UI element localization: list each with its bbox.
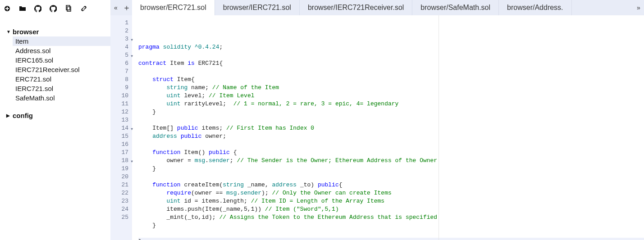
code-area[interactable]: pragma solidity ^0.4.24; contract Item i… bbox=[132, 15, 644, 240]
editor[interactable]: 123▼45▼67891011121314▼15161718▼192021222… bbox=[110, 15, 644, 240]
token: owner; bbox=[201, 133, 226, 140]
code-line[interactable]: uint rarityLevel; // 1 = normal, 2 = rar… bbox=[138, 100, 644, 108]
copy-icon[interactable] bbox=[65, 5, 72, 12]
code-line[interactable]: pragma solidity ^0.4.24; bbox=[138, 43, 644, 51]
token: // 1 = normal, 2 = rare, 3 = epic, 4= le… bbox=[233, 100, 399, 107]
tabs-scroll-left-icon[interactable]: « bbox=[110, 0, 121, 15]
tree-item[interactable]: IERC721.sol bbox=[13, 84, 110, 93]
token bbox=[177, 133, 181, 140]
tree-item[interactable]: ERC721.sol bbox=[13, 74, 110, 84]
tree-item[interactable]: IERC721Receiver.sol bbox=[13, 65, 110, 74]
line-number: 21 bbox=[110, 181, 132, 189]
token: level; bbox=[181, 92, 209, 99]
code-line[interactable]: items.push(Item(_name,5,1)) // Item ("Sw… bbox=[138, 205, 644, 213]
token bbox=[138, 84, 166, 91]
token: // First Item has Index 0 bbox=[226, 125, 314, 131]
line-number: 20 bbox=[110, 173, 132, 181]
tree-folder-config[interactable]: ▶config bbox=[5, 111, 110, 120]
token: address bbox=[152, 133, 177, 140]
code-line[interactable]: address public owner; bbox=[138, 132, 644, 140]
line-number: 2 bbox=[110, 27, 132, 35]
token: is bbox=[187, 60, 195, 67]
line-number: 11 bbox=[110, 100, 132, 108]
code-line[interactable] bbox=[138, 51, 644, 59]
tree-item[interactable]: Item bbox=[13, 36, 110, 46]
token: msg bbox=[226, 190, 237, 196]
tab[interactable]: browser/ERC721.sol bbox=[132, 0, 215, 15]
gist-icon[interactable] bbox=[50, 5, 57, 12]
token: // Only the Owner can create Items bbox=[272, 190, 391, 196]
code-line[interactable]: function createItem(string _name, addres… bbox=[138, 181, 644, 189]
token: public bbox=[181, 133, 202, 140]
token: sender bbox=[209, 157, 230, 164]
code-line[interactable]: uint id = items.length; // Item ID = Len… bbox=[138, 197, 644, 205]
token: _name, bbox=[244, 181, 272, 188]
line-number: 16 bbox=[110, 140, 132, 149]
token: { bbox=[230, 149, 237, 156]
token: Item{ bbox=[174, 76, 195, 83]
code-line[interactable] bbox=[138, 173, 644, 181]
token bbox=[138, 190, 166, 196]
tree-folder-browser[interactable]: ▼browser bbox=[5, 27, 110, 36]
line-number: 25 bbox=[110, 213, 132, 222]
tree-item[interactable]: IERC165.sol bbox=[13, 55, 110, 65]
token: // Item ID = Length of the Array Items bbox=[251, 198, 384, 204]
code-line[interactable] bbox=[138, 140, 644, 149]
token: msg bbox=[195, 157, 205, 164]
tab[interactable]: browser/IERC721Receiver.sol bbox=[300, 0, 412, 15]
code-line[interactable]: Item[] public items; // First Item has I… bbox=[138, 124, 644, 132]
token: ERC721{ bbox=[195, 60, 223, 67]
token: sender bbox=[240, 190, 261, 196]
token: public bbox=[177, 125, 198, 131]
token: . bbox=[205, 157, 209, 164]
new-file-icon[interactable] bbox=[4, 5, 11, 12]
token: // Item Level bbox=[209, 92, 254, 99]
token bbox=[138, 198, 166, 204]
line-number: 6 bbox=[110, 59, 132, 68]
token: // The Sender is the Owner; Ethereum Add… bbox=[237, 157, 437, 164]
tree-folder-label: config bbox=[13, 112, 33, 119]
line-number: 4 bbox=[110, 43, 132, 51]
token: function bbox=[152, 181, 180, 188]
code-line[interactable]: } bbox=[138, 238, 644, 240]
code-line[interactable]: } bbox=[138, 108, 644, 116]
code-line[interactable] bbox=[138, 116, 644, 124]
line-number: 22 bbox=[110, 189, 132, 197]
line-number: 15 bbox=[110, 132, 132, 140]
token: items; bbox=[198, 125, 226, 131]
token bbox=[160, 44, 163, 50]
code-line[interactable]: function Item() public { bbox=[138, 149, 644, 157]
token: solidity bbox=[163, 44, 191, 50]
code-line[interactable]: string name; // Name of the Item bbox=[138, 84, 644, 92]
tab[interactable]: browser/Address. bbox=[499, 0, 572, 15]
gutter: 123▼45▼67891011121314▼15161718▼192021222… bbox=[110, 15, 132, 240]
line-number: 3▼ bbox=[110, 35, 132, 43]
code-line[interactable]: require(owner == msg.sender); // Only th… bbox=[138, 189, 644, 197]
token: Item bbox=[166, 60, 187, 67]
token: ; bbox=[230, 157, 237, 164]
tab[interactable]: browser/SafeMath.sol bbox=[412, 0, 499, 15]
new-tab-icon[interactable]: ＋ bbox=[121, 0, 132, 15]
tree-item[interactable]: Address.sol bbox=[13, 46, 110, 55]
tabs-scroll-right-icon[interactable]: » bbox=[633, 0, 644, 15]
code-line[interactable]: contract Item is ERC721{ bbox=[138, 59, 644, 68]
token: address bbox=[272, 181, 297, 188]
token: _mint(_to,id); bbox=[138, 214, 219, 221]
code-line[interactable]: struct Item{ bbox=[138, 76, 644, 84]
token: public bbox=[209, 149, 230, 156]
tab[interactable]: browser/IERC721.sol bbox=[215, 0, 300, 15]
code-line[interactable] bbox=[138, 68, 644, 76]
code-line[interactable]: } bbox=[138, 165, 644, 173]
code-line[interactable]: _mint(_to,id); // Assigns the Token to t… bbox=[138, 213, 644, 222]
token: uint bbox=[166, 100, 180, 107]
code-line[interactable]: owner = msg.sender; // The Sender is the… bbox=[138, 157, 644, 165]
open-folder-icon[interactable] bbox=[19, 5, 26, 12]
code-line[interactable]: } bbox=[138, 222, 644, 230]
code-line[interactable]: uint level; // Item Level bbox=[138, 92, 644, 100]
link-icon[interactable] bbox=[80, 5, 87, 12]
code-line[interactable] bbox=[138, 230, 644, 238]
tree-item[interactable]: SafeMath.sol bbox=[13, 93, 110, 103]
token: createItem( bbox=[181, 181, 223, 188]
github-icon[interactable] bbox=[34, 5, 41, 12]
token: rarityLevel; bbox=[181, 100, 233, 107]
